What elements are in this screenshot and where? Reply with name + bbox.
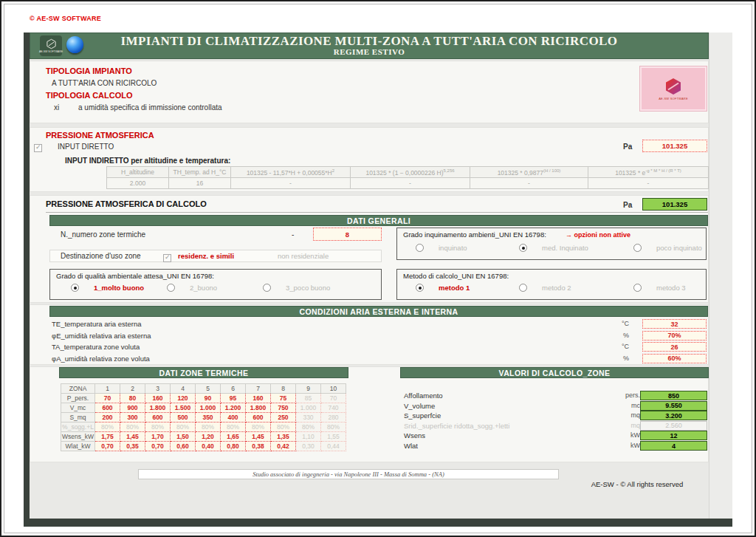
valori-zone-bar: VALORI DI CALCOLO_ZONE — [400, 367, 709, 378]
zone-cell[interactable]: 1,20 — [196, 432, 221, 442]
formula-header-cell: 101325 * 0,9877(H / 100) — [470, 167, 588, 178]
zone-cell[interactable]: 750 — [271, 403, 296, 413]
brand-logo-box: AE-SW SOFTWARE — [640, 66, 707, 111]
input-diretto-checkbox[interactable] — [34, 144, 42, 152]
radio-option: metodo 2 — [519, 284, 571, 292]
radio-option: poco inquinato — [633, 244, 702, 252]
zone-cell[interactable]: 70 — [95, 394, 120, 403]
zone-cell[interactable]: 0,60 — [171, 442, 196, 451]
zone-cell[interactable]: 900 — [120, 403, 145, 413]
inquinamento-box: Grado inquinamento ambienti_UNI EN 16798… — [396, 228, 707, 260]
zone-cell[interactable]: 1.500 — [171, 403, 196, 413]
formula-header-cell: H_altitudine — [107, 167, 169, 178]
zone-cell[interactable]: 0,40 — [196, 442, 221, 451]
zone-cell[interactable]: 400 — [221, 413, 246, 423]
zone-cell[interactable]: 1,50 — [171, 432, 196, 442]
zone-cell[interactable]: 1,35 — [271, 432, 296, 442]
zone-cell[interactable]: 1,45 — [120, 432, 145, 442]
zone-cell[interactable]: 350 — [196, 413, 221, 423]
condizioni-row-label: TE_temperatura aria esterna — [52, 320, 141, 328]
condizioni-input[interactable]: 60% — [642, 354, 707, 363]
zone-cell[interactable]: 0,35 — [120, 442, 145, 451]
zone-cell[interactable]: 1.800 — [246, 403, 271, 413]
valori-value: 3.200 — [640, 411, 707, 420]
condizioni-input[interactable]: 26 — [642, 342, 707, 352]
radio-label: inquinato — [439, 244, 467, 252]
destinazione-checkbox[interactable] — [163, 254, 171, 262]
zone-cell[interactable]: 0,70 — [145, 442, 171, 451]
radio-1-molto-buono[interactable] — [71, 284, 79, 292]
zone-cell[interactable]: 0,38 — [246, 442, 271, 451]
zone-cell[interactable]: 160 — [145, 394, 171, 403]
radio-poco-inquinato[interactable] — [633, 244, 642, 252]
zone-cell[interactable]: 90 — [196, 394, 221, 403]
zone-cell: 1,10 — [296, 432, 321, 442]
radio-metodo-3[interactable] — [633, 284, 642, 292]
zone-cell: 80% — [145, 423, 171, 432]
zone-cell[interactable]: 1.200 — [221, 403, 246, 413]
input-diretto-label: INPUT DIRETTO — [58, 143, 114, 151]
zone-cell[interactable]: 1,70 — [145, 432, 171, 442]
formula-value-cell: - — [351, 178, 470, 189]
zone-cell: 1,55 — [321, 432, 346, 442]
condizioni-input[interactable]: 32 — [642, 319, 707, 329]
tipologia-calcolo-label: TIPOLOGIA CALCOLO — [46, 91, 133, 100]
radio-med-inquinato[interactable] — [519, 244, 527, 252]
zone-cell[interactable]: 1.800 — [145, 403, 171, 413]
zone-table-corner: ZONA — [61, 384, 95, 394]
zone-cell[interactable]: 1,65 — [221, 432, 246, 442]
formula-header-cell: 101325 * (1 − 0,0000226 H)5,256 — [351, 167, 470, 178]
radio-3-poco-buono[interactable] — [263, 284, 271, 292]
radio-metodo-1[interactable] — [416, 284, 424, 292]
radio-label: metodo 2 — [542, 284, 571, 292]
valori-row-unit: mc — [616, 402, 640, 409]
pressione-label: PRESSIONE ATMOSFERICA — [46, 131, 154, 140]
zone-cell[interactable]: 1,75 — [95, 432, 120, 442]
zone-cell: 70 — [321, 394, 346, 403]
zone-cell[interactable]: 200 — [95, 413, 120, 423]
brand-hexagon-icon — [664, 78, 682, 95]
zone-cell[interactable]: 0,42 — [271, 442, 296, 451]
radio-inquinato[interactable] — [416, 244, 424, 252]
zone-cell[interactable]: 0,80 — [221, 442, 246, 451]
destinazione-checked-option: residenz. e simili — [178, 252, 234, 260]
zone-cell[interactable]: 300 — [120, 413, 145, 423]
zone-cell: 85 — [296, 394, 321, 403]
condizioni-rows: TE_temperatura aria esterna°C32φE_umidit… — [49, 319, 708, 365]
zone-cell[interactable]: 0,70 — [95, 442, 120, 451]
radio-2-buono[interactable] — [167, 284, 175, 292]
divider — [46, 212, 708, 213]
zone-cell[interactable]: 250 — [271, 413, 296, 423]
zone-column-header: 9 — [296, 384, 321, 394]
zone-cell[interactable]: 95 — [221, 394, 246, 403]
radio-metodo-2[interactable] — [519, 284, 527, 292]
valori-row: S_superfciemq3.200 — [400, 411, 709, 420]
zone-cell[interactable]: 1.000 — [196, 403, 221, 413]
zone-cell[interactable]: 600 — [145, 413, 171, 423]
condizioni-input[interactable]: 70% — [642, 331, 707, 341]
condizioni-row: TE_temperatura aria esterna°C32 — [49, 319, 708, 330]
formula-value-cell[interactable]: 16 — [169, 178, 231, 189]
inquinamento-radio-group: inquinatomed. Inquinatopoco inquinato — [397, 244, 706, 254]
zone-cell[interactable]: 75 — [271, 394, 296, 403]
zone-cell: 80% — [271, 423, 296, 432]
valori-value: 4 — [640, 441, 707, 451]
valori-value: 2.560 — [640, 421, 707, 431]
radio-label: 3_poco buono — [286, 284, 330, 292]
qualita-label: Grado di qualità ambientale attesa_UNI E… — [56, 272, 214, 280]
formula-value-cell[interactable]: 2.000 — [107, 178, 169, 189]
zone-cell[interactable]: 600 — [95, 403, 120, 413]
zone-cell[interactable]: 1,45 — [246, 432, 271, 442]
zone-cell[interactable]: 600 — [246, 413, 271, 423]
n-zone-input[interactable]: 8 — [313, 228, 382, 241]
zone-cell[interactable]: 160 — [246, 394, 271, 403]
zone-cell[interactable]: 500 — [171, 413, 196, 423]
zone-cell[interactable]: 120 — [171, 394, 196, 403]
zone-column-header: 10 — [321, 384, 346, 394]
inquinamento-label: Grado inquinamento ambienti_UNI EN 16798… — [403, 230, 546, 239]
pressione-input-field[interactable]: 101.325 — [642, 140, 707, 152]
zone-cell[interactable]: 80 — [120, 394, 145, 403]
formula-value-cell: - — [470, 178, 588, 189]
zone-column-header: 1 — [95, 384, 120, 394]
radio-option: metodo 3 — [633, 284, 686, 292]
